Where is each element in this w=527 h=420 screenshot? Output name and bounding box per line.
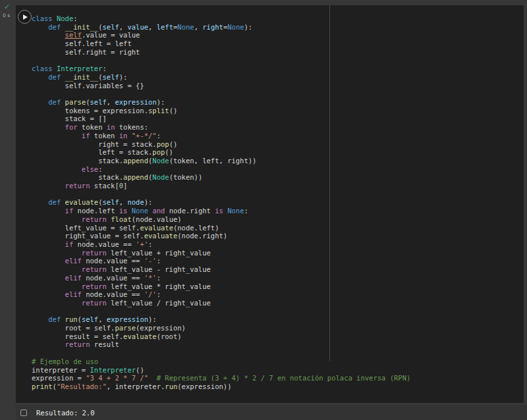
code-line: def __init__(self, value, left=None, rig… — [32, 23, 410, 32]
code-line: def evaluate(self, node): — [32, 198, 410, 207]
code-line: stack.append(Node(token)) — [32, 173, 410, 182]
code-line: print("Resultado:", interpreter.run(expr… — [32, 382, 410, 391]
output-text: Resultado: 2.0 — [36, 409, 95, 417]
code-line: if node.value == '+': — [32, 240, 410, 249]
code-line: return left_value * right_value — [32, 282, 410, 291]
code-line: self.left = left — [32, 39, 410, 48]
code-cell: class Node: def __init__(self, value, le… — [16, 5, 524, 403]
code-line — [32, 190, 410, 199]
code-line: return left_value - right_value — [32, 265, 410, 274]
check-icon: ✓ — [4, 3, 10, 11]
code-line — [32, 90, 410, 98]
cell-gutter: ✓ 0 s — [0, 0, 16, 420]
code-line: expression = "3 4 + 2 * 7 /" # Represent… — [32, 374, 410, 382]
code-line: interpreter = Interpreter() — [32, 366, 410, 375]
code-line: right = stack.pop() — [32, 140, 410, 149]
code-line: if node.left is None and node.right is N… — [32, 207, 410, 215]
code-line: return left_value + right_value — [32, 249, 410, 257]
code-line: self.variables = {} — [32, 82, 410, 90]
run-cell-button[interactable] — [18, 10, 32, 24]
code-line: return float(node.value) — [32, 215, 410, 224]
code-line: elif node.value == '-': — [32, 257, 410, 265]
code-line: # Ejemplo de uso — [32, 357, 410, 366]
code-line: elif node.value == '*': — [32, 274, 410, 282]
code-line: def parse(self, expression): — [32, 98, 410, 107]
code-line — [32, 57, 410, 65]
code-line: for token in tokens: — [32, 123, 410, 132]
code-line: self.right = right — [32, 48, 410, 57]
code-line — [32, 349, 410, 357]
code-line: self.value = value — [32, 31, 410, 39]
output-terminal-icon — [20, 409, 27, 416]
code-area[interactable]: class Node: def __init__(self, value, le… — [32, 14, 410, 391]
code-line: root = self.parse(expression) — [32, 324, 410, 332]
output-area: Resultado: 2.0 — [16, 405, 527, 420]
code-line: stack.append(Node(token, left, right)) — [32, 157, 410, 165]
code-line: def run(self, expression): — [32, 315, 410, 324]
code-line: right_value = self.evaluate(node.right) — [32, 232, 410, 240]
execution-duration: 0 s — [3, 13, 10, 18]
code-line: tokens = expression.split() — [32, 107, 410, 115]
code-line: return stack[0] — [32, 182, 410, 190]
code-line — [32, 307, 410, 316]
code-line: if token in "+-*/": — [32, 132, 410, 140]
code-line: left = stack.pop() — [32, 148, 410, 157]
code-line: return left_value / right_value — [32, 299, 410, 307]
code-line: class Interpreter: — [32, 65, 410, 73]
play-icon — [23, 14, 28, 20]
code-line: else: — [32, 165, 410, 174]
code-line: left_value = self.evaluate(node.left) — [32, 224, 410, 232]
code-line: return result — [32, 340, 410, 349]
code-line: result = self.evaluate(root) — [32, 332, 410, 341]
code-line: stack = [] — [32, 115, 410, 123]
code-line: elif node.value == '/': — [32, 290, 410, 299]
code-line: class Node: — [32, 14, 410, 23]
code-line: def __init__(self): — [32, 73, 410, 82]
